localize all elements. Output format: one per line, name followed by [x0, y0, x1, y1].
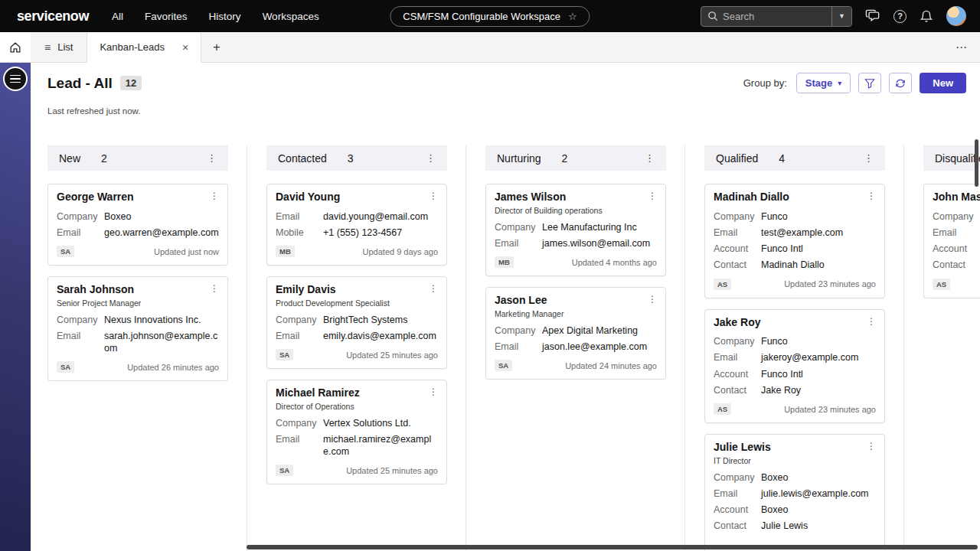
field-value: Funco — [761, 210, 876, 223]
vertical-scrollbar[interactable] — [975, 139, 978, 187]
column-menu-icon[interactable]: ⋮ — [207, 153, 217, 163]
workspace-pill[interactable]: CSM/FSM Configurable Workspace ☆ — [390, 6, 590, 27]
card-menu-icon[interactable]: ⋮ — [429, 191, 438, 201]
lead-name[interactable]: George Warren — [57, 191, 134, 204]
lead-name[interactable]: John Masc — [933, 191, 980, 204]
field-row: Email — [933, 227, 980, 239]
card-menu-icon[interactable]: ⋮ — [648, 294, 657, 305]
servicenow-logo[interactable]: servicenow — [17, 8, 89, 24]
lead-card[interactable]: George Warren ⋮ Company Boxeo Email geo.… — [47, 184, 228, 266]
column-header[interactable]: New 2 ⋮ — [47, 145, 228, 171]
add-tab-button[interactable]: + — [201, 32, 231, 62]
topbar-right: ▼ ? — [701, 6, 966, 27]
workspace-menu-button[interactable] — [3, 67, 28, 91]
help-icon[interactable]: ? — [893, 10, 906, 23]
field-label: Contact — [714, 384, 761, 396]
field-value: Boxeo — [104, 210, 219, 223]
field-row: Company Lee Manufacturing Inc — [495, 221, 657, 233]
tab-kanban-label: Kanban-Leads — [100, 41, 165, 53]
search-dropdown-caret[interactable]: ▼ — [831, 7, 851, 26]
nav-item-history[interactable]: History — [209, 11, 241, 22]
lead-card[interactable]: Julie Lewis ⋮ IT Director Company Boxeo … — [704, 434, 885, 551]
card-header: George Warren ⋮ — [57, 191, 219, 204]
card-menu-icon[interactable]: ⋮ — [429, 283, 438, 294]
card-footer: AS — [933, 279, 980, 290]
column-menu-icon[interactable]: ⋮ — [645, 153, 655, 163]
card-menu-icon[interactable]: ⋮ — [210, 283, 219, 294]
lead-card[interactable]: Emily Davis ⋮ Product Development Specia… — [266, 276, 447, 369]
updated-text: Updated 4 months ago — [572, 258, 657, 267]
field-label: Company — [495, 221, 542, 233]
lead-name[interactable]: Madinah Diallo — [714, 191, 789, 204]
lead-name[interactable]: Emily Davis — [276, 283, 336, 297]
lead-card[interactable]: James Wilson ⋮ Director of Building oper… — [485, 184, 666, 276]
group-by-stage-dropdown[interactable]: Stage ▾ — [796, 73, 851, 93]
field-row: Contact Madinah Diallo — [714, 259, 876, 271]
filter-button[interactable] — [858, 73, 881, 93]
home-button[interactable] — [0, 32, 31, 63]
lead-card[interactable]: Jake Roy ⋮ Company Funco Email jakeroy@e… — [704, 309, 885, 424]
field-value: Jake Roy — [761, 384, 876, 396]
card-menu-icon[interactable]: ⋮ — [867, 316, 876, 327]
search-icon — [707, 11, 718, 21]
lead-name[interactable]: Sarah Johnson — [57, 283, 134, 297]
field-row: Email test@example.com — [714, 227, 876, 239]
assignee-badge: SA — [276, 465, 293, 476]
lead-card[interactable]: Jason Lee ⋮ Marketing Manager Company Ap… — [485, 287, 666, 380]
new-button[interactable]: New — [920, 73, 966, 93]
column-header[interactable]: Qualified 4 ⋮ — [704, 145, 885, 171]
field-label: Contact — [933, 259, 980, 271]
field-value: +1 (555) 123-4567 — [323, 227, 438, 239]
lead-name[interactable]: James Wilson — [495, 191, 566, 204]
field-value: Lee Manufacturing Inc — [542, 221, 657, 233]
card-menu-icon[interactable]: ⋮ — [210, 191, 219, 201]
column-menu-icon[interactable]: ⋮ — [864, 153, 874, 163]
lead-name[interactable]: David Young — [276, 191, 340, 204]
refresh-button[interactable] — [889, 73, 912, 93]
lead-card[interactable]: Michael Ramirez ⋮ Director of Operations… — [266, 380, 447, 484]
tab-list[interactable]: ≡ List — [31, 32, 87, 62]
horizontal-scrollbar[interactable] — [247, 545, 978, 549]
column-header[interactable]: Nurturing 2 ⋮ — [485, 145, 666, 171]
notifications-bell-icon[interactable] — [920, 9, 933, 24]
column-cards: David Young ⋮ Email david.young@email.co… — [266, 184, 447, 484]
card-menu-icon[interactable]: ⋮ — [867, 191, 876, 201]
tab-kanban-leads[interactable]: Kanban-Leads × — [87, 32, 201, 63]
lead-name[interactable]: Jason Lee — [495, 294, 547, 308]
card-menu-icon[interactable]: ⋮ — [867, 441, 876, 452]
lead-card[interactable]: Sarah Johnson ⋮ Senior Project Manager C… — [47, 276, 228, 381]
card-menu-icon[interactable]: ⋮ — [429, 386, 438, 397]
card-footer: SA Updated 25 minutes ago — [276, 349, 438, 360]
card-header: Julie Lewis ⋮ — [714, 441, 876, 455]
page-header: Lead - All 12 Group by: Stage ▾ — [47, 63, 980, 93]
close-tab-icon[interactable]: × — [182, 41, 188, 54]
lead-name[interactable]: Michael Ramirez — [276, 386, 360, 400]
field-value: michael.ramirez@example.com — [323, 433, 438, 458]
column-menu-icon[interactable]: ⋮ — [426, 153, 436, 163]
lead-name[interactable]: Julie Lewis — [714, 441, 771, 455]
search-input[interactable] — [718, 11, 831, 22]
lead-card[interactable]: John Masc ⋮ Company Email Account Contac… — [923, 184, 980, 298]
nav-item-favorites[interactable]: Favorites — [145, 11, 188, 22]
nav-item-all[interactable]: All — [112, 11, 123, 22]
field-label: Account — [714, 368, 761, 380]
main-nav: All Favorites History Workspaces — [112, 11, 319, 22]
search-box[interactable]: ▼ — [701, 6, 852, 27]
column-header[interactable]: Contacted 3 ⋮ — [266, 145, 447, 171]
user-avatar[interactable] — [946, 6, 966, 26]
field-row: Account Boxeo — [714, 504, 876, 516]
card-fields: Company Nexus Innovations Inc. Email sar… — [57, 314, 219, 355]
updated-text: Updated 24 minutes ago — [565, 361, 657, 370]
lead-card[interactable]: David Young ⋮ Email david.young@email.co… — [266, 184, 447, 266]
lead-name[interactable]: Jake Roy — [714, 316, 760, 330]
column-header[interactable]: Disqualified ⋮ — [923, 145, 980, 171]
card-menu-icon[interactable]: ⋮ — [648, 191, 657, 201]
card-fields: Company Boxeo Email geo.warren@example.c… — [57, 210, 219, 240]
tab-overflow-button[interactable]: ⋯ — [943, 32, 980, 62]
nav-item-workspaces[interactable]: Workspaces — [263, 11, 319, 22]
chat-icon[interactable] — [865, 9, 880, 23]
lead-card[interactable]: Madinah Diallo ⋮ Company Funco Email tes… — [704, 184, 885, 298]
column-cards: James Wilson ⋮ Director of Building oper… — [485, 184, 666, 380]
hamburger-icon — [10, 75, 21, 77]
star-icon[interactable]: ☆ — [568, 11, 577, 22]
